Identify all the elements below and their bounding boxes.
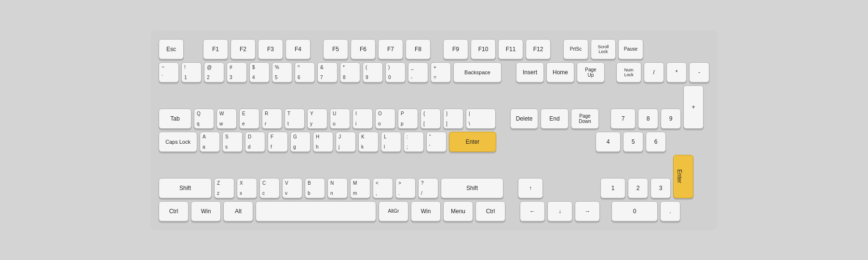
key-t[interactable]: T t: [285, 109, 305, 129]
key-backtick[interactable]: ~ `: [159, 62, 179, 82]
key-y[interactable]: Y y: [307, 109, 327, 129]
key-rightshift[interactable]: Shift: [441, 178, 503, 198]
key-e[interactable]: E e: [239, 109, 259, 129]
key-rightctrl[interactable]: Ctrl: [475, 201, 505, 221]
key-num8[interactable]: 8: [638, 109, 658, 129]
key-7[interactable]: & 7: [317, 62, 338, 82]
key-b[interactable]: B b: [305, 178, 325, 198]
key-8[interactable]: * 8: [340, 62, 360, 82]
key-insert[interactable]: Insert: [516, 62, 544, 82]
key-1[interactable]: ! 1: [181, 62, 202, 82]
key-k[interactable]: K k: [358, 132, 379, 152]
key-g[interactable]: G g: [290, 132, 311, 152]
key-f7[interactable]: F7: [378, 39, 403, 59]
key-p[interactable]: P p: [398, 109, 418, 129]
key-num0[interactable]: 0: [611, 201, 658, 221]
key-home[interactable]: Home: [546, 62, 574, 82]
key-m[interactable]: M m: [350, 178, 370, 198]
key-equals[interactable]: + =: [431, 62, 451, 82]
key-leftshift[interactable]: Shift: [159, 178, 212, 198]
key-n[interactable]: N n: [327, 178, 348, 198]
key-period[interactable]: > .: [395, 178, 416, 198]
key-c[interactable]: C c: [259, 178, 280, 198]
key-leftarrow[interactable]: ←: [520, 201, 545, 221]
key-num3[interactable]: 3: [651, 178, 671, 198]
key-rightwin[interactable]: Win: [411, 201, 441, 221]
key-uparrow[interactable]: ↑: [518, 178, 543, 198]
key-backslash[interactable]: | \: [466, 109, 496, 129]
key-numstar[interactable]: *: [666, 62, 687, 82]
key-v[interactable]: V v: [282, 178, 302, 198]
key-i[interactable]: I i: [353, 109, 373, 129]
key-f[interactable]: F f: [268, 132, 288, 152]
key-3[interactable]: # 3: [227, 62, 247, 82]
key-r[interactable]: R r: [262, 109, 282, 129]
key-f3[interactable]: F3: [258, 39, 283, 59]
key-scrolllock[interactable]: ScrollLock: [591, 39, 616, 59]
key-f12[interactable]: F12: [526, 39, 551, 59]
key-backspace[interactable]: Backspace: [453, 62, 502, 82]
key-capslock[interactable]: Caps Lock: [159, 132, 197, 152]
key-enter[interactable]: Enter: [449, 132, 496, 152]
key-5[interactable]: % 5: [272, 62, 292, 82]
key-tab[interactable]: Tab: [159, 109, 191, 129]
key-leftbracket[interactable]: { [: [420, 109, 441, 129]
key-num5[interactable]: 5: [623, 132, 643, 152]
key-x[interactable]: X x: [237, 178, 257, 198]
key-s[interactable]: S s: [222, 132, 243, 152]
key-l[interactable]: L l: [381, 132, 401, 152]
key-leftctrl[interactable]: Ctrl: [159, 201, 189, 221]
key-f11[interactable]: F11: [498, 39, 523, 59]
key-numslash[interactable]: /: [644, 62, 664, 82]
key-prtsc[interactable]: PrtSc: [563, 39, 588, 59]
key-end[interactable]: End: [541, 109, 569, 129]
key-numlock[interactable]: NumLock: [616, 62, 641, 82]
key-quote[interactable]: " ': [426, 132, 447, 152]
key-num7[interactable]: 7: [610, 109, 636, 129]
key-f4[interactable]: F4: [285, 39, 311, 59]
key-f5[interactable]: F5: [323, 39, 348, 59]
key-j[interactable]: J j: [336, 132, 356, 152]
key-d[interactable]: D d: [245, 132, 265, 152]
key-0[interactable]: ) 0: [385, 62, 406, 82]
key-f2[interactable]: F2: [231, 39, 256, 59]
key-u[interactable]: U u: [330, 109, 350, 129]
key-minus[interactable]: _ -: [408, 62, 428, 82]
key-num1[interactable]: 1: [600, 178, 625, 198]
key-delete[interactable]: Delete: [510, 109, 538, 129]
key-a[interactable]: A a: [200, 132, 220, 152]
key-esc[interactable]: Esc: [159, 39, 184, 59]
key-leftalt[interactable]: Alt: [223, 201, 253, 221]
key-slash[interactable]: ? /: [418, 178, 438, 198]
key-f10[interactable]: F10: [471, 39, 496, 59]
key-q[interactable]: Q q: [194, 109, 214, 129]
key-numminus[interactable]: -: [689, 62, 709, 82]
key-9[interactable]: ( 9: [363, 62, 383, 82]
key-altgr[interactable]: AltGr: [379, 201, 408, 221]
key-rightarrow[interactable]: →: [575, 201, 600, 221]
key-num2[interactable]: 2: [628, 178, 648, 198]
key-leftwin[interactable]: Win: [191, 201, 221, 221]
key-f6[interactable]: F6: [351, 39, 376, 59]
key-f1[interactable]: F1: [203, 39, 228, 59]
key-6[interactable]: ^ 6: [295, 62, 315, 82]
key-pause[interactable]: Pause: [618, 39, 643, 59]
key-space[interactable]: [256, 201, 376, 221]
key-downarrow[interactable]: ↓: [547, 201, 572, 221]
key-rightbracket[interactable]: } ]: [443, 109, 463, 129]
key-f9[interactable]: F9: [443, 39, 468, 59]
key-num9[interactable]: 9: [661, 109, 681, 129]
key-numplus[interactable]: +: [683, 85, 704, 129]
key-f8[interactable]: F8: [406, 39, 431, 59]
key-num6[interactable]: 6: [646, 132, 666, 152]
key-pageup[interactable]: PageUp: [577, 62, 605, 82]
key-o[interactable]: O o: [375, 109, 395, 129]
key-w[interactable]: W w: [217, 109, 237, 129]
key-z[interactable]: Z z: [214, 178, 234, 198]
key-comma[interactable]: < ,: [373, 178, 393, 198]
key-2[interactable]: @ 2: [204, 62, 224, 82]
key-pagedown[interactable]: PageDown: [571, 109, 599, 129]
key-semicolon[interactable]: : ;: [404, 132, 424, 152]
key-num4[interactable]: 4: [596, 132, 621, 152]
key-menu[interactable]: Menu: [443, 201, 473, 221]
